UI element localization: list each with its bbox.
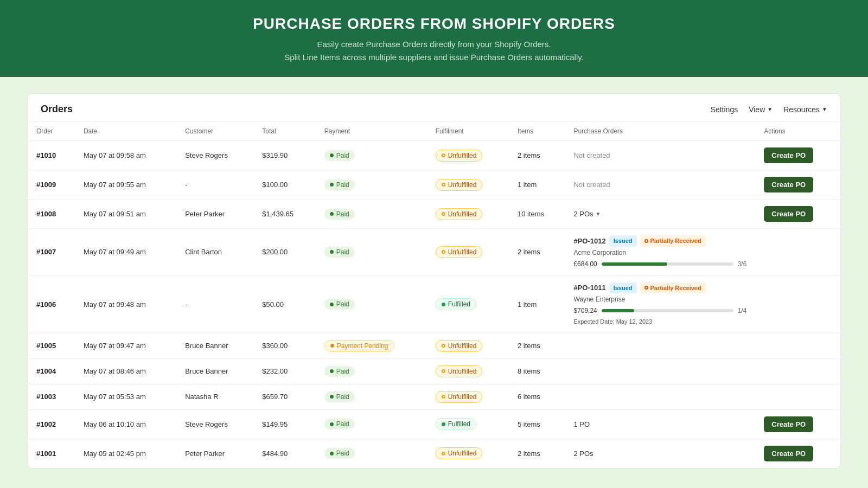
cell-po — [565, 384, 755, 409]
cell-date: May 07 at 09:49 am — [75, 229, 176, 276]
create-po-button[interactable]: Create PO — [764, 147, 813, 163]
cell-actions — [755, 384, 840, 409]
banner-title: PURCHASE ORDERS FROM SHOPIFY ORDERS — [22, 15, 846, 33]
cell-po: 2 POs — [565, 439, 755, 468]
order-number: #1008 — [36, 210, 56, 218]
cell-items: 1 item — [509, 275, 565, 333]
cell-order: #1004 — [28, 358, 75, 384]
po-partial-dot — [644, 239, 648, 243]
table-row: #1008 May 07 at 09:51 am Peter Parker $1… — [28, 200, 840, 229]
table-row: #1001 May 05 at 02:45 pm Peter Parker $4… — [28, 439, 840, 468]
cell-order: #1005 — [28, 333, 75, 358]
fulfilment-badge: Unfulfilled — [436, 391, 483, 403]
cell-payment: Paid — [316, 229, 427, 276]
col-customer: Customer — [176, 122, 253, 141]
po-detail: #PO-1012 Issued Partially Received Acme … — [573, 235, 746, 269]
cell-po: 1 PO — [565, 409, 755, 439]
po-progress-bar — [602, 262, 733, 266]
fulfilment-dot — [442, 395, 445, 399]
fulfilment-dot — [442, 452, 445, 455]
cell-total: $360.00 — [253, 333, 316, 358]
payment-badge: Paid — [324, 366, 355, 377]
fulfilment-dot — [442, 369, 445, 373]
cell-actions: Create PO — [755, 141, 840, 170]
payment-dot — [330, 395, 334, 399]
cell-total: $50.00 — [253, 275, 316, 333]
cell-fulfilment: Unfulfilled — [427, 439, 509, 468]
payment-badge: Paid — [324, 299, 355, 310]
fulfilment-dot — [442, 422, 445, 426]
cell-customer: Natasha R — [176, 384, 253, 409]
cell-fulfilment: Unfulfilled — [427, 358, 509, 384]
resources-chevron-icon: ▼ — [822, 106, 827, 112]
po-supplier: Wayne Enterprise — [573, 294, 746, 304]
cell-payment: Paid — [316, 384, 427, 409]
payment-dot — [330, 183, 334, 187]
cell-fulfilment: Unfulfilled — [427, 333, 509, 358]
order-number: #1006 — [36, 300, 56, 309]
po-count: 1 PO — [573, 420, 590, 428]
fulfilment-badge: Unfulfilled — [436, 340, 483, 352]
order-number: #1005 — [36, 342, 56, 350]
cell-actions — [755, 358, 840, 384]
cell-customer: - — [176, 170, 253, 200]
col-payment: Payment — [316, 122, 427, 141]
order-number: #1010 — [36, 151, 56, 159]
cell-po: #PO-1011 Issued Partially Received Wayne… — [565, 275, 755, 333]
cell-fulfilment: Unfulfilled — [427, 141, 509, 170]
cell-payment: Paid — [316, 141, 427, 170]
cell-items: 8 items — [509, 358, 565, 384]
col-items: Items — [509, 122, 565, 141]
settings-button[interactable]: Settings — [711, 105, 738, 114]
resources-button[interactable]: Resources ▼ — [783, 105, 827, 114]
fulfilment-dot — [442, 303, 445, 306]
po-dropdown[interactable]: 2 POs ▼ — [573, 210, 601, 218]
po-not-created: Not created — [573, 181, 610, 189]
po-progress-fill — [602, 262, 667, 266]
cell-order: #1003 — [28, 384, 75, 409]
create-po-button[interactable]: Create PO — [764, 446, 813, 461]
po-partial-badge: Partially Received — [640, 235, 706, 247]
po-not-created: Not created — [573, 151, 610, 159]
payment-dot — [330, 452, 334, 455]
fulfilment-dot — [442, 344, 445, 348]
cell-payment: Paid — [316, 358, 427, 384]
order-number: #1004 — [36, 367, 56, 375]
orders-panel: Orders Settings View ▼ Resources ▼ Order — [27, 93, 841, 468]
payment-badge: Paid — [324, 150, 355, 161]
cell-fulfilment: Fulfilled — [427, 275, 509, 333]
cell-customer: Peter Parker — [176, 200, 253, 229]
table-row: #1006 May 07 at 09:48 am - $50.00 Paid F… — [28, 275, 840, 333]
banner: PURCHASE ORDERS FROM SHOPIFY ORDERS Easi… — [0, 0, 868, 77]
cell-total: $1,439.65 — [253, 200, 316, 229]
fulfilment-badge: Unfulfilled — [436, 246, 483, 258]
col-purchase-orders: Purchase Orders — [565, 122, 755, 141]
po-number: #PO-1012 — [573, 236, 605, 247]
cell-items: 2 items — [509, 229, 565, 276]
create-po-button[interactable]: Create PO — [764, 416, 813, 432]
cell-actions: Create PO — [755, 409, 840, 439]
header-row: Order Date Customer Total Payment Fulfil… — [28, 122, 840, 141]
fulfilment-badge: Unfulfilled — [436, 179, 483, 191]
create-po-button[interactable]: Create PO — [764, 177, 813, 192]
po-progress-row: $709.24 1/4 — [573, 306, 746, 316]
fulfilment-dot — [442, 153, 445, 157]
col-total: Total — [253, 122, 316, 141]
po-ratio: 1/4 — [738, 306, 747, 316]
po-supplier: Acme Corporation — [573, 248, 746, 258]
create-po-button[interactable]: Create PO — [764, 206, 813, 222]
order-number: #1007 — [36, 248, 56, 256]
cell-total: $319.90 — [253, 141, 316, 170]
po-issued-badge: Issued — [609, 282, 637, 294]
cell-date: May 05 at 02:45 pm — [75, 439, 176, 468]
cell-items: 5 items — [509, 409, 565, 439]
view-button[interactable]: View ▼ — [749, 105, 773, 114]
po-expected-date: Expected Date: May 12, 2023 — [573, 317, 746, 326]
cell-po: Not created — [565, 170, 755, 200]
banner-subtitle: Easily create Purchase Orders directly f… — [22, 38, 846, 64]
cell-payment: Paid — [316, 275, 427, 333]
cell-order: #1001 — [28, 439, 75, 468]
cell-payment: Paid — [316, 439, 427, 468]
cell-date: May 06 at 10:10 am — [75, 409, 176, 439]
cell-customer: - — [176, 275, 253, 333]
